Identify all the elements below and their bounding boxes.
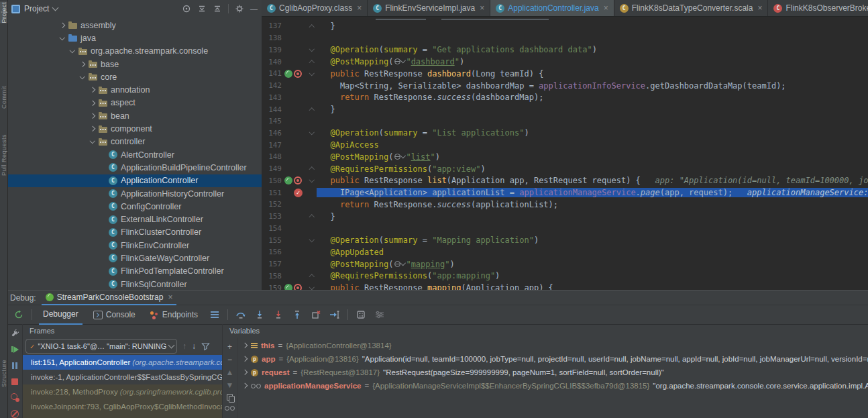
tree-item[interactable]: CApplicationBuildPipelineController <box>7 161 262 174</box>
code-line[interactable]: 140 @PostMapping("dashboard") <box>262 56 868 68</box>
request-mapping-icon[interactable] <box>294 70 302 78</box>
move-watch-down-button[interactable]: ▼ <box>226 381 234 389</box>
force-step-into-button[interactable] <box>272 309 284 321</box>
code-line[interactable]: 137 } <box>262 20 868 32</box>
code-line[interactable]: 144 } <box>262 103 868 115</box>
tree-item[interactable]: CApplicationController <box>7 174 262 187</box>
filter-frames-icon[interactable] <box>201 342 210 351</box>
tree-item[interactable]: controller <box>7 136 262 148</box>
settings-gear-icon[interactable] <box>235 4 244 13</box>
project-dropdown-icon[interactable] <box>52 5 59 11</box>
editor-tab[interactable]: CFlinkEnvServiceImpl.java× <box>368 0 490 16</box>
code-line[interactable]: 158 @RequiresPermissions("app:mapping") <box>262 270 868 282</box>
variable-row[interactable]: applicationManageService = {ApplicationM… <box>237 379 868 393</box>
expand-icon[interactable] <box>241 344 248 348</box>
code-line[interactable]: 139 @Operation(summary = "Get applicatio… <box>262 44 868 56</box>
editor-tab[interactable]: CApplicationController.java× <box>490 0 614 16</box>
add-watch-button[interactable]: + <box>227 343 232 351</box>
step-over-button[interactable] <box>235 309 247 321</box>
rerun-button[interactable] <box>13 309 25 321</box>
variable-row[interactable]: prequest = {RestRequest@13817} "RestRequ… <box>237 366 868 379</box>
close-icon[interactable]: × <box>168 293 172 301</box>
spring-bean-icon[interactable] <box>284 70 292 78</box>
code-line[interactable]: 143 return RestResponse.success(dashboar… <box>262 91 868 103</box>
spring-bean-icon[interactable] <box>284 176 292 185</box>
frame-down-button[interactable]: ↓ <box>192 342 196 351</box>
tree-item[interactable]: CFlinkEnvController <box>7 239 262 252</box>
tree-item[interactable]: aspect <box>7 97 262 109</box>
code-line[interactable]: 154 <box>262 222 868 234</box>
tree-item[interactable]: CApplicationHistoryController <box>7 187 262 200</box>
expand-icon[interactable] <box>241 357 248 361</box>
code-line[interactable]: 152 return RestResponse.success(applicat… <box>262 199 868 211</box>
step-into-button[interactable] <box>254 309 266 321</box>
editor-tab[interactable]: CFlinkK8sObserverBroker.scala× <box>768 0 868 16</box>
tab-console[interactable]: Console <box>89 305 140 324</box>
expand-icon[interactable] <box>241 384 248 388</box>
code-line[interactable]: 151✓ IPage<Application> applicationList … <box>262 187 868 199</box>
tree-item[interactable]: CFlinkGateWayController <box>7 252 262 264</box>
code-line[interactable]: 147 @ApiAccess <box>262 139 868 151</box>
hide-panel-icon[interactable]: — <box>250 5 258 13</box>
fold-collapsed-icon[interactable] <box>309 108 315 113</box>
close-icon[interactable]: × <box>480 4 484 12</box>
endpoint-inlay-icon[interactable] <box>394 261 404 268</box>
step-out-button[interactable] <box>291 309 303 321</box>
stop-button[interactable] <box>9 376 21 386</box>
fold-expanded-icon[interactable] <box>309 284 315 290</box>
move-watch-up-button[interactable]: ▲ <box>226 368 234 376</box>
frame-up-button[interactable]: ↑ <box>182 342 186 351</box>
close-icon[interactable]: × <box>357 4 362 12</box>
code-line[interactable]: 159 public RestResponse mapping(Applicat… <box>262 282 868 290</box>
endpoint-inlay-icon[interactable] <box>394 154 404 161</box>
tree-item[interactable]: CConfigController <box>7 200 262 213</box>
fold-collapsed-icon[interactable] <box>309 215 315 220</box>
drop-frame-button[interactable] <box>310 309 322 321</box>
evaluate-expression-button[interactable] <box>355 309 367 321</box>
code-line[interactable]: 153 } <box>262 211 868 223</box>
debug-session-tab[interactable]: StreamParkConsoleBootstrap × <box>42 290 177 305</box>
tree-item[interactable]: CFlinkClusterController <box>7 226 262 239</box>
code-line[interactable]: 157 @PostMapping("mapping") <box>262 258 868 270</box>
variable-row[interactable]: this = {ApplicationController@13814} <box>237 339 868 352</box>
editor-tab[interactable]: CFlinkK8sDataTypeConverter.scala× <box>614 0 769 16</box>
view-breakpoints-button[interactable] <box>9 393 21 403</box>
code-line[interactable]: 156 @AppUpdated <box>262 246 868 258</box>
layout-menu-icon[interactable] <box>209 309 221 321</box>
close-icon[interactable]: × <box>604 4 608 12</box>
editor-tab[interactable]: CCglibAopProxy.class× <box>262 0 368 16</box>
tree-expanded-icon[interactable] <box>69 50 75 52</box>
breakpoint-hit-icon[interactable]: ✓ <box>294 189 303 197</box>
tool-stripe-item-project[interactable]: Project <box>0 2 7 23</box>
code-line[interactable]: 148 @PostMapping("list") <box>262 151 868 163</box>
fold-expanded-icon[interactable] <box>309 237 315 242</box>
frame-row[interactable]: list:151, ApplicationController(org.apac… <box>23 355 222 370</box>
tab-debugger[interactable]: Debugger <box>39 305 83 325</box>
tree-collapsed-icon[interactable] <box>89 101 95 105</box>
close-icon[interactable]: × <box>757 4 762 12</box>
request-mapping-icon[interactable] <box>294 284 302 290</box>
tree-collapsed-icon[interactable] <box>89 114 95 118</box>
variable-row[interactable]: papp = {Application@13816} "Application(… <box>237 352 868 366</box>
tree-item[interactable]: java <box>7 32 262 44</box>
code-line[interactable]: 141 public RestResponse dashboard(Long t… <box>262 68 868 80</box>
code-line[interactable]: 146 @Operation(summary = "List applicati… <box>262 127 868 140</box>
duplicate-watch-icon[interactable] <box>227 394 233 401</box>
remove-watch-button[interactable]: − <box>227 356 232 364</box>
tree-item[interactable]: CFlinkSqlController <box>7 278 262 290</box>
tree-collapsed-icon[interactable] <box>89 127 95 131</box>
tree-expanded-icon[interactable] <box>89 141 95 143</box>
tree-item[interactable]: assembly <box>7 19 262 32</box>
tree-item[interactable]: annotation <box>7 83 262 96</box>
locate-icon[interactable] <box>182 4 191 13</box>
code-line[interactable]: 138 <box>262 32 868 44</box>
fold-collapsed-icon[interactable] <box>309 60 315 66</box>
tree-item[interactable]: org.apache.streampark.console <box>7 45 262 58</box>
tree-item[interactable]: base <box>7 58 262 70</box>
tree-collapsed-icon[interactable] <box>89 88 95 92</box>
pause-button[interactable] <box>9 360 21 370</box>
fold-expanded-icon[interactable] <box>309 70 315 75</box>
tree-item[interactable]: component <box>7 122 262 135</box>
tree-item[interactable]: bean <box>7 109 262 122</box>
fold-expanded-icon[interactable] <box>309 46 315 52</box>
